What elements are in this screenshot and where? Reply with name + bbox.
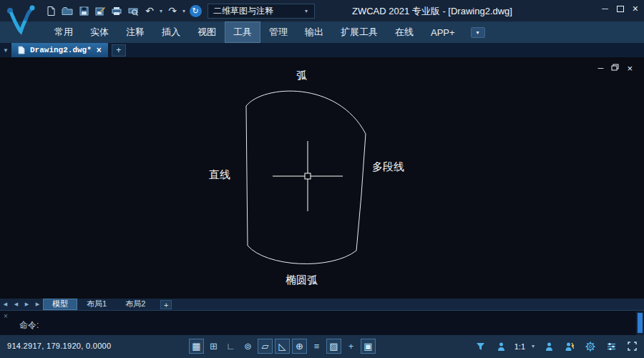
undo-caret-icon[interactable]: ▾ bbox=[158, 8, 164, 14]
zwcad-window: ↶ ▾ ↷ ▾ ↻ 二维草图与注释 ▾ ZWCAD 2021 专业版 - [Dr… bbox=[0, 0, 644, 358]
document-tab-bar: ▼ Drawing2.dwg* × + bbox=[0, 43, 644, 57]
ortho-icon[interactable]: ∟ bbox=[223, 339, 238, 354]
ribbon-tab-bar: 常用 实体 注释 插入 视图 工具 管理 输出 扩展工具 在线 APP+ ▾ bbox=[0, 21, 644, 43]
ribbon-tab-output[interactable]: 输出 bbox=[296, 21, 332, 43]
drawing-restore-button[interactable] bbox=[611, 63, 619, 73]
line-entity bbox=[246, 106, 248, 246]
canvas-label-polyline: 多段线 bbox=[372, 160, 404, 174]
document-tab-active[interactable]: Drawing2.dwg* × bbox=[11, 43, 108, 57]
drawing-close-button[interactable]: × bbox=[627, 64, 633, 73]
ribbon-collapse-button[interactable]: ▾ bbox=[471, 27, 485, 38]
ribbon-tab-express[interactable]: 扩展工具 bbox=[332, 21, 386, 43]
command-close-icon[interactable]: × bbox=[4, 312, 8, 320]
layout-tab-model[interactable]: 模型 bbox=[43, 299, 77, 310]
plot-preview-icon[interactable] bbox=[125, 3, 141, 19]
dynamic-input-icon[interactable]: ⊕ bbox=[292, 339, 307, 354]
quick-access-toolbar: ↶ ▾ ↷ ▾ ↻ 二维草图与注释 ▾ bbox=[43, 0, 315, 21]
ribbon-tab-insert[interactable]: 插入 bbox=[153, 21, 189, 43]
lineweight-icon[interactable]: ≡ bbox=[309, 339, 324, 354]
annotation-scale-icon[interactable] bbox=[494, 339, 509, 354]
workspace-dropdown[interactable]: 二维草图与注释 ▾ bbox=[208, 4, 315, 19]
drawing-geometry bbox=[0, 57, 644, 299]
open-folder-icon[interactable] bbox=[59, 3, 75, 19]
drawing-canvas[interactable]: 弧 直线 多段线 椭圆弧 ─ × bbox=[0, 57, 644, 299]
print-icon[interactable] bbox=[109, 3, 125, 19]
polyline-entity bbox=[356, 134, 366, 251]
arc-entity bbox=[246, 91, 366, 134]
ribbon-tab-tools[interactable]: 工具 bbox=[225, 21, 260, 43]
layout-tab-layout2[interactable]: 布局2 bbox=[116, 299, 155, 310]
command-scrollbar-thumb[interactable] bbox=[638, 313, 643, 333]
coordinates-display: 914.2917, 179.1920, 0.0000 bbox=[7, 342, 111, 350]
ribbon-tab-annotate[interactable]: 注释 bbox=[117, 21, 153, 43]
document-tab-close-icon[interactable]: × bbox=[97, 45, 102, 55]
layout-tab-layout1[interactable]: 布局1 bbox=[77, 299, 116, 310]
save-as-icon[interactable] bbox=[92, 3, 108, 19]
statusbar-right-tools: 1:1 ▾ bbox=[473, 339, 640, 354]
auto-annotation-icon[interactable] bbox=[562, 339, 577, 354]
layout-tab-bar: ◀ ◀ ▶ ▶ 模型 布局1 布局2 + bbox=[0, 299, 644, 310]
redo-caret-icon[interactable]: ▾ bbox=[181, 8, 187, 14]
elliptical-arc-entity bbox=[248, 246, 356, 263]
customize-sliders-icon[interactable] bbox=[603, 339, 619, 354]
grid-icon[interactable]: ▦ bbox=[189, 339, 204, 354]
command-prompt: 命令: bbox=[19, 319, 39, 332]
ribbon-tab-manage[interactable]: 管理 bbox=[260, 21, 296, 43]
quick-properties-icon[interactable]: + bbox=[343, 339, 358, 354]
statusbar: 914.2917, 179.1920, 0.0000 ▦ ⊞ ∟ ⊚ ▱ ◺ ⊕… bbox=[0, 335, 644, 358]
window-controls: ─ × bbox=[602, 4, 638, 14]
layout-nav-prev-icon[interactable]: ◀ bbox=[11, 301, 21, 307]
minimize-button[interactable]: ─ bbox=[602, 4, 608, 13]
drawing-file-icon bbox=[18, 46, 25, 54]
selection-cycling-icon[interactable]: ▣ bbox=[361, 339, 376, 354]
ribbon-tab-app-plus[interactable]: APP+ bbox=[422, 21, 464, 43]
canvas-label-elliptical-arc: 椭圆弧 bbox=[286, 274, 318, 287]
zwcad-logo-icon[interactable] bbox=[6, 3, 39, 39]
ribbon-tab-online[interactable]: 在线 bbox=[386, 21, 422, 43]
document-tab-label: Drawing2.dwg* bbox=[30, 46, 92, 54]
layout-nav-first-icon[interactable]: ◀ bbox=[0, 301, 11, 307]
new-file-icon[interactable] bbox=[43, 3, 59, 19]
command-scrollbar[interactable] bbox=[636, 311, 644, 335]
layout-nav-next-icon[interactable]: ▶ bbox=[21, 301, 32, 307]
isolate-objects-icon[interactable] bbox=[473, 339, 489, 354]
canvas-label-arc: 弧 bbox=[296, 69, 307, 82]
window-title: ZWCAD 2021 专业版 - [Drawing2.dwg] bbox=[352, 5, 512, 18]
drawing-window-controls: ─ × bbox=[598, 63, 633, 73]
fullscreen-icon[interactable] bbox=[624, 339, 640, 354]
undo-icon[interactable]: ↶ bbox=[142, 3, 157, 19]
new-document-tab-button[interactable]: + bbox=[112, 44, 126, 57]
command-line-panel[interactable]: × 命令: bbox=[0, 310, 644, 335]
maximize-button[interactable] bbox=[617, 6, 624, 12]
save-icon[interactable] bbox=[76, 3, 92, 19]
drafting-toggles: ▦ ⊞ ∟ ⊚ ▱ ◺ ⊕ ≡ ▨ + ▣ bbox=[189, 339, 376, 354]
layout-nav-last-icon[interactable]: ▶ bbox=[32, 301, 43, 307]
crosshair-cursor bbox=[273, 141, 343, 211]
workspace-sync-icon[interactable]: ↻ bbox=[187, 3, 203, 19]
settings-gear-icon[interactable] bbox=[582, 339, 598, 354]
workspace-label: 二维草图与注释 bbox=[213, 5, 273, 17]
ribbon-tab-solid[interactable]: 实体 bbox=[82, 21, 117, 43]
workspace-caret-icon: ▾ bbox=[303, 8, 309, 14]
redo-icon[interactable]: ↷ bbox=[165, 3, 180, 19]
snap-tracking-icon[interactable]: ◺ bbox=[275, 339, 290, 354]
polar-tracking-icon[interactable]: ⊚ bbox=[240, 339, 255, 354]
object-snap-icon[interactable]: ▱ bbox=[258, 339, 273, 354]
annotation-scale-caret-icon[interactable]: ▾ bbox=[530, 343, 536, 349]
ribbon-tab-view[interactable]: 视图 bbox=[189, 21, 225, 43]
document-list-arrow-icon[interactable]: ▼ bbox=[0, 47, 11, 54]
new-layout-button[interactable]: + bbox=[160, 300, 172, 309]
canvas-label-line: 直线 bbox=[209, 168, 230, 182]
snap-icon[interactable]: ⊞ bbox=[206, 339, 221, 354]
titlebar: ↶ ▾ ↷ ▾ ↻ 二维草图与注释 ▾ ZWCAD 2021 专业版 - [Dr… bbox=[0, 0, 644, 21]
drawing-minimize-button[interactable]: ─ bbox=[598, 64, 604, 72]
transparency-icon[interactable]: ▨ bbox=[326, 339, 341, 354]
annotation-visibility-icon[interactable] bbox=[541, 339, 557, 354]
close-button[interactable]: × bbox=[633, 4, 638, 14]
ribbon-tab-home[interactable]: 常用 bbox=[46, 21, 82, 43]
annotation-scale-value[interactable]: 1:1 bbox=[514, 342, 525, 351]
